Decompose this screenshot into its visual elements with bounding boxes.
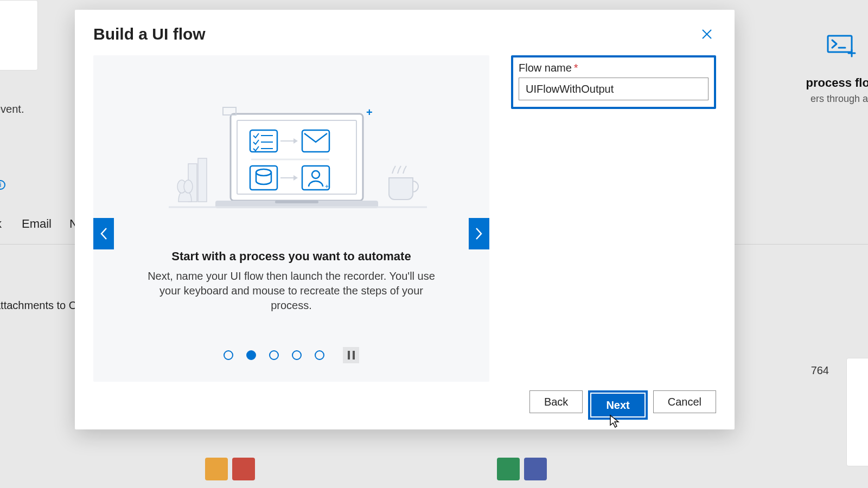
flow-name-input[interactable] [519,78,709,100]
svg-point-28 [184,180,193,193]
svg-rect-26 [198,158,207,202]
carousel-dot-2[interactable] [246,350,256,360]
carousel-dot-3[interactable] [269,350,279,360]
close-button[interactable] [698,25,716,43]
onboarding-carousel: + [93,55,489,382]
bd-right-sub: ers through a m [810,93,868,105]
svg-rect-17 [302,130,329,152]
svg-rect-0 [828,36,852,52]
info-icon: i [0,180,5,190]
bd-k-text: k [0,217,2,231]
build-ui-flow-modal: Build a UI flow [75,10,735,429]
carousel-illustration: + [93,61,489,223]
svg-text:+: + [325,183,329,190]
back-button[interactable]: Back [529,390,583,413]
bd-num: 764 [811,364,829,377]
bd-email-text: Email [22,217,52,231]
carousel-pause-button[interactable] [343,347,359,363]
bd-right-title: process flow [806,76,868,90]
close-icon [701,29,712,40]
bd-event-text: event. [0,103,24,115]
next-button-highlight: Next [588,390,647,420]
required-asterisk: * [574,62,578,74]
carousel-pagination [224,331,359,371]
chevron-right-icon [475,227,483,240]
flow-name-label: Flow name* [519,62,709,74]
carousel-dot-5[interactable] [315,350,324,360]
terminal-add-icon [827,34,857,57]
flow-form: Flow name* [511,55,716,382]
cancel-button[interactable]: Cancel [653,390,716,413]
carousel-dot-4[interactable] [292,350,302,360]
modal-title: Build a UI flow [93,25,206,43]
svg-rect-9 [275,201,318,203]
carousel-slide-title: Start with a process you want to automat… [171,249,411,264]
flow-name-field-group: Flow name* [511,55,716,109]
bd-attachments-text: attachments to O [0,299,77,312]
carousel-dot-1[interactable] [224,350,233,360]
chevron-left-icon [100,227,107,240]
carousel-slide-description: Next, name your UI flow then launch the … [139,269,443,313]
pause-icon [348,351,355,359]
svg-text:+: + [366,106,373,118]
modal-footer: Back Next Cancel [93,390,716,420]
next-button[interactable]: Next [591,394,644,416]
